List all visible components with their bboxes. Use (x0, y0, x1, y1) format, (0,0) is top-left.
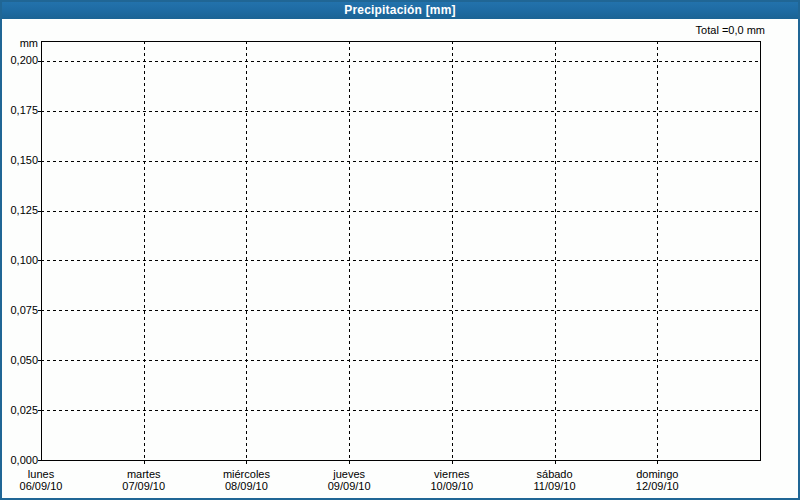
plot-area[interactable] (41, 41, 760, 460)
total-value-annotation: Total =0,0 mm (696, 24, 765, 36)
chart-title-bar: Precipitación [mm] (0, 0, 800, 19)
precipitation-chart-window: Precipitación [mm] Total =0,0 mm mm 0,00… (0, 0, 800, 500)
y-axis-unit-label: mm (0, 37, 38, 49)
chart-title: Precipitación [mm] (344, 3, 456, 17)
